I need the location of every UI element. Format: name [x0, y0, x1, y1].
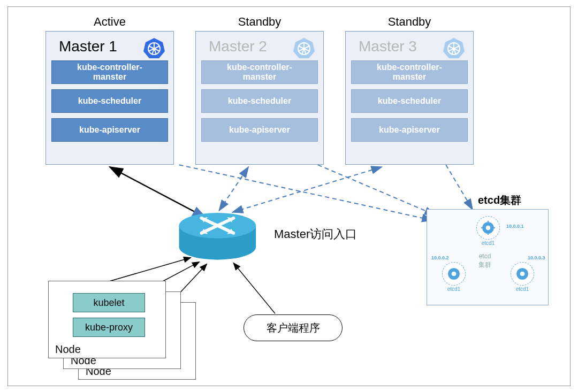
etcd-title: etcd集群: [478, 193, 521, 207]
gear-icon: [481, 221, 495, 235]
master1-comp-controller: kube-controller- manster: [51, 60, 168, 84]
etcd-node-2: [442, 262, 466, 286]
etcd-cluster-box: etcd1 10.0.0.1 etcd1 10.0.0.2 etcd1 10.0…: [427, 209, 549, 305]
svg-rect-42: [488, 233, 489, 235]
edge-router-master2: [219, 167, 248, 211]
etcd-node3-name: etcd1: [511, 286, 534, 292]
master3-box: Master 3 kube-controller- manster kube-s…: [345, 31, 474, 165]
etcd-node2-ip: 10.0.0.2: [431, 255, 449, 260]
svg-marker-7: [227, 217, 233, 222]
svg-marker-11: [227, 229, 233, 234]
edge-master3-etcd: [446, 165, 473, 210]
master2-comp-apiserver: kube-apiserver: [201, 118, 318, 142]
gear-icon: [447, 267, 461, 281]
svg-rect-4: [179, 226, 256, 247]
svg-rect-44: [493, 227, 495, 228]
master2-comp-scheduler: kube-scheduler: [201, 89, 318, 113]
svg-point-46: [452, 272, 457, 276]
edge-router-master1: [110, 167, 206, 218]
etcd-node-3: [511, 262, 534, 286]
master1-comp-apiserver: kube-apiserver: [51, 118, 168, 142]
edge-master2-etcd: [318, 165, 435, 215]
master2-comp-controller: kube-controller- manster: [201, 60, 318, 84]
master2-box: Master 2 kube-controller- manster kube-s…: [195, 31, 324, 165]
kubernetes-icon: [443, 37, 465, 58]
svg-point-3: [179, 234, 256, 260]
etcd-node1-name: etcd1: [476, 240, 500, 246]
node-comp-kubelet: kubelet: [73, 293, 145, 312]
svg-point-5: [179, 213, 256, 239]
svg-point-40: [486, 226, 491, 230]
node-box-1: kubelet kube-proxy Node: [48, 281, 166, 358]
edge-master1-etcd: [179, 165, 433, 220]
svg-marker-10: [201, 217, 208, 222]
svg-line-9: [201, 218, 233, 233]
router-icon: [179, 213, 256, 260]
node-label-1: Node: [55, 343, 81, 356]
master1-comp-scheduler: kube-scheduler: [51, 89, 168, 113]
etcd-center-label: etcd 集群: [478, 252, 491, 269]
master1-status: Active: [83, 15, 136, 29]
node-comp-kubeproxy: kube-proxy: [73, 318, 145, 337]
master3-comp-scheduler: kube-scheduler: [351, 89, 468, 113]
router-label: Master访问入口: [274, 226, 357, 242]
master3-comp-controller: kube-controller- manster: [351, 60, 468, 84]
master1-box: Master 1 kube-controller- manster kube-s…: [45, 31, 174, 165]
svg-rect-41: [488, 221, 489, 223]
svg-rect-43: [481, 227, 483, 228]
svg-point-48: [520, 272, 525, 276]
etcd-node-1: [476, 216, 500, 240]
client-box: 客户端程序: [244, 314, 343, 341]
svg-line-6: [201, 218, 233, 233]
master3-comp-apiserver: kube-apiserver: [351, 118, 468, 142]
diagram-canvas: Active Master 1 kube-controller- manster…: [7, 6, 571, 386]
svg-marker-8: [201, 229, 208, 234]
client-label: 客户端程序: [267, 321, 320, 335]
etcd-node2-name: etcd1: [442, 286, 466, 292]
etcd-node1-ip: 10.0.0.1: [506, 224, 524, 229]
master3-status: Standby: [383, 15, 436, 29]
master2-status: Standby: [233, 15, 286, 29]
kubernetes-icon: [143, 37, 165, 58]
gear-icon: [515, 267, 529, 281]
edge-router-master3: [232, 167, 382, 212]
kubernetes-icon: [293, 37, 315, 58]
edge-client-router: [233, 263, 275, 314]
etcd-node3-ip: 10.0.0.3: [528, 255, 545, 260]
node-stack: Node Node kubelet kube-proxy Node: [48, 281, 198, 382]
